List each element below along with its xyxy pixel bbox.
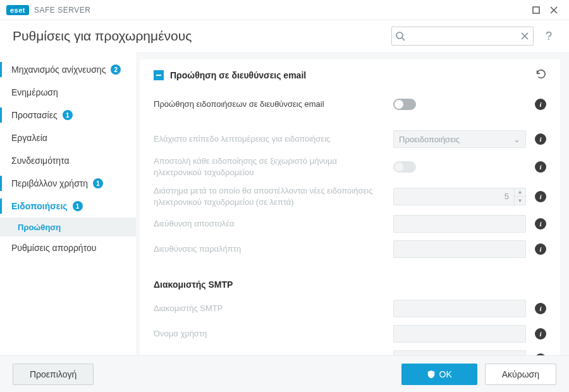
info-icon[interactable]: i xyxy=(535,218,546,230)
row-label: Διεύθυνση αποστολέα xyxy=(154,218,384,230)
button-label: Προεπιλογή xyxy=(30,369,76,379)
row-label: Διάστημα μετά το οποίο θα αποστέλλονται … xyxy=(154,185,384,207)
chevron-down-icon[interactable]: ▼ xyxy=(515,197,525,205)
window-maximize-button[interactable] xyxy=(527,1,545,19)
sidebar-item-label: Εργαλεία xyxy=(11,133,47,143)
recipients-input[interactable] xyxy=(393,240,526,258)
sidebar-item-label: Ρυθμίσεις απορρήτου xyxy=(11,243,96,253)
row-smtp-server: Διακομιστής SMTP i xyxy=(154,296,546,321)
sidebar-subitem-label: Προώθηση xyxy=(18,223,61,232)
row-smtp-username: Όνομα χρήστη i xyxy=(154,321,546,346)
chevron-down-icon: ⌄ xyxy=(513,135,520,144)
row-label: Αποστολή κάθε ειδοποίησης σε ξεχωριστό μ… xyxy=(154,156,384,178)
titlebar: eset SAFE SERVER xyxy=(0,0,569,20)
main-area: Προώθηση σε διευθύνσεις email Προώθηση ε… xyxy=(136,52,569,355)
sidebar-badge: 1 xyxy=(93,178,103,188)
section-header: Προώθηση σε διευθύνσεις email xyxy=(154,68,546,82)
spinner-value: 5 xyxy=(505,192,514,201)
forward-toggle[interactable] xyxy=(393,99,416,110)
info-icon[interactable]: i xyxy=(535,303,546,314)
sidebar-item-label: Ειδοποιήσεις xyxy=(11,201,68,211)
collapse-icon[interactable] xyxy=(154,70,164,80)
row-label: Όνομα χρήστη xyxy=(154,328,384,340)
sidebar-item-protections[interactable]: Προστασίες 1 xyxy=(0,104,136,126)
select-value: Προειδοποιήσεις xyxy=(399,135,460,144)
sidebar-item-label: Προστασίες xyxy=(11,110,58,120)
svg-point-3 xyxy=(396,32,403,39)
search-icon xyxy=(395,31,405,41)
button-label: OK xyxy=(439,369,452,379)
ok-button[interactable]: OK xyxy=(401,364,477,385)
info-icon[interactable]: i xyxy=(535,161,546,173)
info-icon[interactable]: i xyxy=(535,133,546,145)
smtp-heading: Διακομιστής SMTP xyxy=(154,279,546,290)
footer: Προεπιλογή OK Ακύρωση xyxy=(0,355,569,392)
sidebar-badge: 1 xyxy=(73,201,83,211)
info-icon[interactable]: i xyxy=(535,243,546,255)
separate-email-toggle[interactable] xyxy=(393,161,416,173)
row-recipients: Διευθύνσεις παραλήπτη i xyxy=(154,236,546,262)
sidebar-badge: 1 xyxy=(63,110,73,120)
sidebar: Μηχανισμός ανίχνευσης 2 Ενημέρωση Προστα… xyxy=(0,52,136,355)
min-verbosity-select[interactable]: Προειδοποιήσεις ⌄ xyxy=(393,130,526,148)
row-label: Διακομιστής SMTP xyxy=(154,303,384,314)
row-sender: Διεύθυνση αποστολέα i xyxy=(154,211,546,236)
chevron-up-icon[interactable]: ▲ xyxy=(515,188,525,197)
row-label: Προώθηση ειδοποιήσεων σε διευθύνσεις ema… xyxy=(154,99,384,110)
sidebar-item-label: Μηχανισμός ανίχνευσης xyxy=(11,64,106,75)
section-title: Προώθηση σε διευθύνσεις email xyxy=(170,70,529,80)
settings-panel: Προώθηση σε διευθύνσεις email Προώθηση ε… xyxy=(140,59,560,355)
sidebar-item-ui[interactable]: Περιβάλλον χρήστη 1 xyxy=(0,172,136,195)
sidebar-badge: 2 xyxy=(111,64,121,75)
header: Ρυθμίσεις για προχωρημένους ? xyxy=(0,20,569,52)
smtp-server-input[interactable] xyxy=(393,300,526,317)
row-interval: Διάστημα μετά το οποίο θα αποστέλλονται … xyxy=(154,181,546,211)
sidebar-item-detection-engine[interactable]: Μηχανισμός ανίχνευσης 2 xyxy=(0,58,136,81)
sidebar-subitem-forwarding[interactable]: Προώθηση xyxy=(0,217,136,236)
help-button[interactable]: ? xyxy=(541,28,556,44)
brand-text: SAFE SERVER xyxy=(34,6,90,15)
info-icon[interactable]: i xyxy=(535,191,546,202)
info-icon[interactable]: i xyxy=(535,353,546,355)
row-label: Ελάχιστο επίπεδο λεπτομέρειας για ειδοπο… xyxy=(154,133,384,145)
smtp-username-input[interactable] xyxy=(393,325,526,343)
clear-search-icon[interactable] xyxy=(520,31,530,41)
sidebar-item-tools[interactable]: Εργαλεία xyxy=(0,126,136,149)
shield-icon xyxy=(427,370,436,379)
sidebar-item-update[interactable]: Ενημέρωση xyxy=(0,81,136,104)
interval-spinner[interactable]: 5 ▲ ▼ xyxy=(393,188,526,205)
row-forward-toggle: Προώθηση ειδοποιήσεων σε διευθύνσεις ema… xyxy=(154,94,546,115)
search-field[interactable] xyxy=(391,27,534,46)
sidebar-item-notifications[interactable]: Ειδοποιήσεις 1 xyxy=(0,195,136,217)
sidebar-item-label: Περιβάλλον χρήστη xyxy=(11,178,88,188)
brand-badge: eset xyxy=(6,5,29,15)
sidebar-item-label: Συνδεσιμότητα xyxy=(11,156,70,166)
page-title: Ρυθμίσεις για προχωρημένους xyxy=(13,28,384,44)
svg-rect-0 xyxy=(533,7,539,13)
search-input[interactable] xyxy=(391,27,534,46)
smtp-password-input[interactable] xyxy=(393,350,526,355)
row-separate-email: Αποστολή κάθε ειδοποίησης σε ξεχωριστό μ… xyxy=(154,152,546,181)
default-button[interactable]: Προεπιλογή xyxy=(13,364,94,385)
undo-icon[interactable] xyxy=(535,68,546,82)
spinner-buttons[interactable]: ▲ ▼ xyxy=(514,188,525,205)
row-smtp-password: Κωδικός πρόσβασης i xyxy=(154,346,546,355)
info-icon[interactable]: i xyxy=(535,99,546,110)
info-icon[interactable]: i xyxy=(535,328,546,340)
sidebar-item-label: Ενημέρωση xyxy=(11,87,58,97)
row-min-verbosity: Ελάχιστο επίπεδο λεπτομέρειας για ειδοπο… xyxy=(154,126,546,152)
button-label: Ακύρωση xyxy=(502,369,539,379)
row-label: Διευθύνσεις παραλήπτη xyxy=(154,243,384,255)
sender-input[interactable] xyxy=(393,215,526,233)
svg-line-4 xyxy=(402,38,405,40)
row-label: Κωδικός πρόσβασης xyxy=(154,353,384,355)
sidebar-item-privacy[interactable]: Ρυθμίσεις απορρήτου xyxy=(0,236,136,259)
sidebar-item-connectivity[interactable]: Συνδεσιμότητα xyxy=(0,149,136,172)
cancel-button[interactable]: Ακύρωση xyxy=(485,364,556,385)
window-close-button[interactable] xyxy=(545,1,563,19)
